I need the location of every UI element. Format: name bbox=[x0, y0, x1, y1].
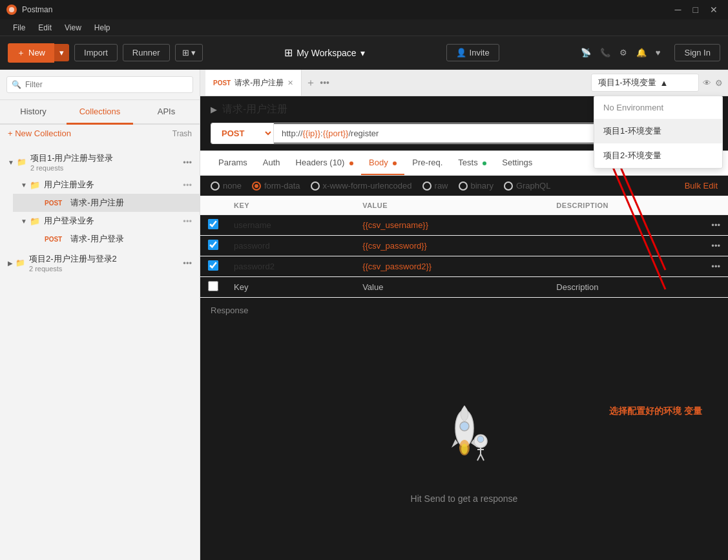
eye-icon[interactable]: 👁 bbox=[703, 78, 711, 88]
sidebar: 🔍 History Collections APIs + New Collect… bbox=[0, 70, 200, 560]
nav-params[interactable]: Params bbox=[211, 151, 255, 175]
nav-settings[interactable]: Settings bbox=[494, 151, 540, 175]
sub-header-2[interactable]: ▼ 📁 用户登录业务 ••• bbox=[13, 212, 200, 230]
search-input[interactable] bbox=[6, 76, 193, 93]
sub-header-1[interactable]: ▼ 📁 用户注册业务 ••• bbox=[13, 176, 200, 194]
row-more-icon-2[interactable]: ••• bbox=[711, 241, 720, 251]
tab-more-button[interactable]: ••• bbox=[320, 78, 329, 88]
nav-prereq[interactable]: Pre-req. bbox=[404, 151, 450, 175]
td-more-3[interactable]: ••• bbox=[703, 256, 728, 277]
sign-in-button[interactable]: Sign In bbox=[674, 44, 720, 61]
env-option-1[interactable]: 项目1-环境变量 bbox=[594, 119, 722, 143]
menu-help[interactable]: Help bbox=[88, 21, 117, 35]
td-key-1[interactable]: username bbox=[226, 215, 355, 236]
runner-button[interactable]: Runner bbox=[123, 44, 170, 61]
sub-group-2: ▼ 📁 用户登录业务 ••• POST 请求-用户登录 bbox=[13, 212, 200, 248]
new-button[interactable]: ＋ New bbox=[8, 43, 54, 63]
td-desc-ph[interactable]: Description bbox=[548, 277, 703, 298]
request-expand-icon[interactable]: ▶ bbox=[211, 105, 217, 114]
radio-binary bbox=[459, 181, 468, 191]
td-key-3[interactable]: password2 bbox=[226, 256, 355, 277]
td-more-1[interactable]: ••• bbox=[703, 215, 728, 236]
nav-tests[interactable]: Tests bbox=[450, 151, 494, 175]
env-selector[interactable]: 项目1-环境变量 ▲ bbox=[591, 74, 699, 92]
nav-auth[interactable]: Auth bbox=[255, 151, 288, 175]
checkbox-ph[interactable] bbox=[208, 281, 218, 291]
option-none[interactable]: none bbox=[211, 181, 242, 191]
td-value-1[interactable]: {{csv_username}} bbox=[355, 215, 548, 236]
gear-icon[interactable]: ⚙ bbox=[715, 78, 723, 88]
nav-body[interactable]: Body bbox=[361, 151, 404, 175]
tab-history[interactable]: History bbox=[0, 100, 67, 125]
option-urlencoded[interactable]: x-www-form-urlencoded bbox=[311, 181, 412, 191]
menu-file[interactable]: File bbox=[6, 21, 32, 35]
option-raw[interactable]: raw bbox=[422, 181, 448, 191]
row-more-icon[interactable]: ••• bbox=[711, 220, 720, 230]
option-form-data[interactable]: form-data bbox=[252, 181, 300, 191]
menu-bar: File Edit View Help bbox=[0, 19, 728, 36]
tab-add-button[interactable]: ＋ bbox=[302, 76, 320, 90]
td-value-ph[interactable]: Value bbox=[355, 277, 548, 298]
td-desc-1 bbox=[548, 215, 703, 236]
new-button-arrow[interactable]: ▾ bbox=[54, 44, 69, 61]
checkbox-2[interactable] bbox=[208, 240, 218, 250]
checkbox-3[interactable] bbox=[208, 260, 218, 271]
bell-icon[interactable]: 🔔 bbox=[636, 48, 647, 57]
workspace-arrow-icon: ▾ bbox=[360, 48, 365, 58]
collection-group-2: ▶ 📁 项目2-用户注册与登录2 2 requests ••• bbox=[0, 249, 200, 276]
env-option-none[interactable]: No Environment bbox=[594, 96, 722, 119]
sub-more-icon[interactable]: ••• bbox=[183, 180, 192, 190]
row-more-icon-3[interactable]: ••• bbox=[711, 262, 720, 271]
td-desc-2 bbox=[548, 236, 703, 256]
signal-icon[interactable]: 📡 bbox=[581, 48, 591, 57]
workspace-selector[interactable]: ⊞ My Workspace ▾ bbox=[284, 47, 364, 59]
request-item-2[interactable]: POST 请求-用户登录 bbox=[13, 230, 200, 248]
td-more-2[interactable]: ••• bbox=[703, 236, 728, 256]
method-select[interactable]: POST GET PUT DELETE bbox=[211, 123, 274, 143]
option-binary[interactable]: binary bbox=[459, 181, 494, 191]
td-key-2[interactable]: password bbox=[226, 236, 355, 256]
folder-icon-2: 📁 bbox=[16, 258, 25, 267]
trash-button[interactable]: Trash bbox=[172, 129, 192, 138]
bulk-edit-link[interactable]: Bulk Edit bbox=[685, 181, 718, 191]
menu-edit[interactable]: Edit bbox=[32, 21, 58, 35]
phone-icon[interactable]: 📞 bbox=[600, 48, 610, 57]
option-graphql[interactable]: GraphQL bbox=[504, 181, 550, 191]
request-name-1: 请求-用户注册 bbox=[70, 197, 123, 209]
nav-headers[interactable]: Headers (10) bbox=[288, 151, 362, 175]
heart-icon[interactable]: ♥ bbox=[656, 48, 661, 57]
menu-view[interactable]: View bbox=[58, 21, 88, 35]
invite-button[interactable]: 👤 Invite bbox=[446, 44, 499, 61]
url-variable-ip: {{ip}} bbox=[303, 129, 321, 138]
collection-header-1[interactable]: ▼ 📁 项目1-用户注册与登录 2 requests ••• bbox=[0, 149, 200, 176]
import-button[interactable]: Import bbox=[74, 44, 118, 61]
collection-arrow-icon-2: ▶ bbox=[8, 260, 13, 267]
request-tab-1[interactable]: POST 请求-用户注册 ✕ bbox=[205, 70, 302, 96]
settings-icon[interactable]: ⚙ bbox=[619, 48, 627, 57]
radio-none bbox=[211, 181, 220, 191]
env-option-2[interactable]: 项目2-环境变量 bbox=[594, 143, 722, 168]
td-value-3[interactable]: {{csv_password2}} bbox=[355, 256, 548, 277]
tab-close-icon[interactable]: ✕ bbox=[287, 79, 293, 87]
td-value-2[interactable]: {{csv_password}} bbox=[355, 236, 548, 256]
sub-more-icon-2[interactable]: ••• bbox=[183, 216, 192, 226]
empty-state: Hit Send to get a response bbox=[200, 323, 728, 560]
minimize-button[interactable]: ─ bbox=[671, 3, 685, 16]
request-url-bar: POST GET PUT DELETE http://{{ip}}:{{port… bbox=[211, 123, 654, 144]
checkbox-1[interactable] bbox=[208, 219, 218, 229]
new-collection-button[interactable]: + New Collection bbox=[8, 129, 71, 138]
tab-collections[interactable]: Collections bbox=[67, 100, 133, 125]
method-badge-post-2: POST bbox=[41, 235, 65, 244]
collection-more-icon-2[interactable]: ••• bbox=[183, 258, 192, 268]
close-button[interactable]: ✕ bbox=[706, 3, 722, 16]
collection-header-2[interactable]: ▶ 📁 项目2-用户注册与登录2 2 requests ••• bbox=[0, 249, 200, 276]
svg-point-6 bbox=[477, 436, 484, 442]
headers-dot bbox=[349, 161, 353, 165]
proxy-button[interactable]: ⊞ ▾ bbox=[175, 44, 203, 61]
td-key-ph[interactable]: Key bbox=[226, 277, 355, 298]
maximize-button[interactable]: □ bbox=[689, 3, 702, 16]
tab-apis[interactable]: APIs bbox=[133, 100, 200, 125]
request-item-1[interactable]: POST 请求-用户注册 bbox=[13, 194, 200, 212]
collection-more-icon[interactable]: ••• bbox=[183, 158, 192, 167]
env-arrow-icon: ▲ bbox=[660, 78, 669, 88]
